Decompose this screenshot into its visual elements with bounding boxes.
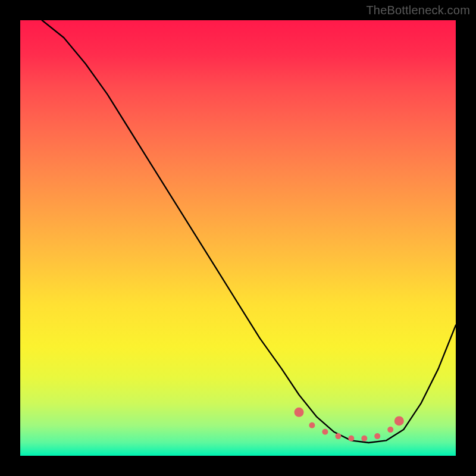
valley-marker xyxy=(361,436,367,441)
chart-svg xyxy=(20,20,456,456)
main-curve xyxy=(42,20,456,443)
valley-marker xyxy=(295,408,304,417)
valley-marker xyxy=(387,427,393,433)
valley-marker xyxy=(374,433,380,439)
valley-marker xyxy=(348,436,354,441)
valley-marker xyxy=(309,422,315,428)
valley-markers-group xyxy=(295,408,404,441)
valley-marker xyxy=(335,433,341,439)
valley-marker xyxy=(322,429,328,435)
watermark-text: TheBottleneck.com xyxy=(366,4,470,17)
chart-frame: TheBottleneck.com xyxy=(0,0,476,476)
curve-group xyxy=(42,20,456,443)
valley-marker xyxy=(394,416,404,425)
plot-area xyxy=(20,20,456,456)
